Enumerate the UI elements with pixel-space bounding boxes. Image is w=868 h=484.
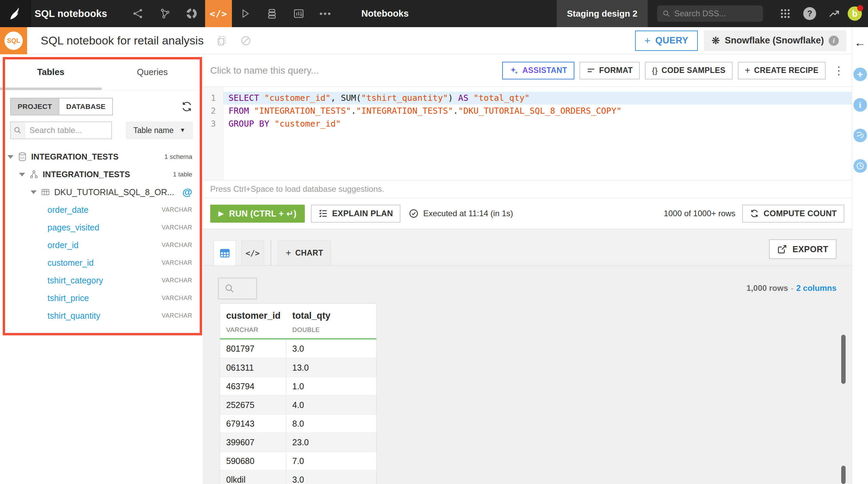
refresh-icon[interactable] (181, 100, 193, 113)
project-switcher[interactable]: Staging design 2 (557, 0, 648, 27)
sort-dropdown[interactable]: Table name ▼ (126, 122, 193, 139)
help-icon[interactable]: ? (797, 0, 822, 27)
disabled-circle-icon[interactable] (240, 35, 251, 46)
table-icon (41, 187, 50, 197)
tree-table-row[interactable]: DKU_TUTORIAL_SQL_8_OR... @ (0, 183, 203, 201)
trending-icon[interactable] (822, 0, 846, 27)
copy-icon[interactable] (217, 35, 228, 46)
run-play-icon[interactable] (232, 0, 259, 27)
results-table-body: 801797 3.0 061311 13.0 463794 1.0 (220, 339, 376, 484)
scope-database-button[interactable]: DATABASE (59, 98, 112, 115)
column-list: order_date VARCHAR pages_visited VARCHAR… (0, 201, 203, 324)
code-text: SELECT "customer_id", SUM("tshirt_quanti… (223, 92, 852, 105)
table-row[interactable]: 590680 7.0 (220, 451, 376, 470)
schema-count: 1 schema (164, 153, 192, 161)
add-comment-icon[interactable]: + (853, 68, 867, 81)
history-clock-icon[interactable] (853, 159, 867, 173)
code-line[interactable]: 1SELECT "customer_id", SUM("tshirt_quant… (203, 92, 852, 105)
results-raw-tab[interactable]: </> (241, 240, 264, 265)
details-info-icon[interactable]: i (853, 98, 867, 112)
expand-caret-icon[interactable] (7, 155, 14, 159)
column-header[interactable]: total_qty DOUBLE (286, 304, 376, 338)
jobs-icon[interactable] (259, 0, 285, 27)
charts-icon[interactable] (178, 0, 205, 27)
sql-editor[interactable]: 1SELECT "customer_id", SUM("tshirt_quant… (203, 87, 852, 180)
column-item[interactable]: tshirt_category VARCHAR (0, 272, 203, 289)
cell-customer-id: 0lkdil (220, 470, 286, 484)
discussions-icon[interactable] (853, 129, 867, 142)
braces-icon: {} (652, 66, 658, 75)
table-search[interactable] (10, 122, 112, 139)
tab-queries[interactable]: Queries (102, 54, 203, 90)
run-button[interactable]: ▶ RUN (CTRL + ↵) (210, 205, 305, 223)
table-search-row: Table name ▼ (10, 122, 193, 139)
table-row[interactable]: 801797 3.0 (220, 339, 376, 358)
scrollbar-thumb[interactable] (841, 466, 846, 484)
compute-count-button[interactable]: COMPUTE COUNT (742, 205, 844, 223)
scope-project-button[interactable]: PROJECT (11, 98, 59, 115)
results-table: customer_id VARCHAR total_qty DOUBLE 801… (220, 303, 377, 484)
at-mention-badge[interactable]: @ (182, 186, 192, 198)
dashboard-icon[interactable] (285, 0, 312, 27)
code-line[interactable]: 3GROUP BY "customer_id" (203, 117, 852, 130)
page-title: Notebooks (361, 8, 409, 19)
scrollbar-thumb[interactable] (841, 335, 846, 384)
column-item[interactable]: tshirt_quantity VARCHAR (0, 307, 203, 324)
user-avatar[interactable]: b (848, 6, 862, 21)
column-item[interactable]: customer_id VARCHAR (0, 254, 203, 272)
table-search-input[interactable] (25, 122, 111, 138)
results-panel: </> + CHART EXPORT 1,000 rows-2 columns (203, 229, 852, 484)
expand-caret-icon[interactable] (31, 190, 37, 194)
kebab-menu-icon[interactable]: ⋮ (833, 64, 844, 77)
column-header-name: total_qty (292, 311, 376, 321)
collapse-panel-icon[interactable]: ← (854, 37, 866, 48)
column-item[interactable]: pages_visited VARCHAR (0, 219, 203, 236)
add-chart-tab[interactable]: + CHART (278, 240, 331, 265)
table-row[interactable]: 463794 1.0 (220, 377, 376, 395)
results-table-tab[interactable] (214, 240, 236, 265)
expand-caret-icon[interactable] (19, 173, 25, 176)
cell-total-qty: 7.0 (286, 452, 376, 470)
tree-schema-row[interactable]: INTEGRATION_TESTS 1 table (0, 166, 203, 183)
code-notebooks-icon[interactable]: </> (205, 0, 232, 27)
column-header[interactable]: customer_id VARCHAR (220, 304, 286, 338)
explain-plan-button[interactable]: EXPLAIN PLAN (311, 205, 401, 223)
export-button[interactable]: EXPORT (769, 239, 836, 259)
table-row[interactable]: 679143 8.0 (220, 414, 376, 433)
column-item[interactable]: order_date VARCHAR (0, 201, 203, 219)
lab-icon[interactable] (152, 0, 178, 27)
code-line[interactable]: 2FROM "INTEGRATION_TESTS"."INTEGRATION_T… (203, 105, 852, 117)
create-recipe-button[interactable]: + CREATE RECIPE (738, 62, 826, 79)
add-query-button[interactable]: + QUERY (635, 31, 698, 51)
apps-grid-icon[interactable] (773, 0, 797, 27)
table-row[interactable]: 061311 13.0 (220, 358, 376, 377)
sql-code-lines: 1SELECT "customer_id", SUM("tshirt_quant… (203, 87, 852, 130)
format-button[interactable]: FORMAT (579, 62, 640, 79)
info-icon: i (829, 36, 839, 46)
tab-tables[interactable]: Tables (0, 54, 102, 90)
assistant-button[interactable]: ASSISTANT (502, 62, 574, 79)
global-search-input[interactable] (674, 9, 757, 18)
flow-icon[interactable] (125, 0, 152, 27)
connection-label: Snowflake (Snowflake) (725, 35, 824, 46)
table-row[interactable]: 399607 23.0 (220, 433, 376, 451)
column-item[interactable]: order_id VARCHAR (0, 236, 203, 254)
column-count-link[interactable]: 2 columns (796, 283, 836, 293)
notebook-title: SQL notebook for retail analysis (41, 34, 204, 47)
query-name-input[interactable]: Click to name this query... (210, 65, 319, 76)
table-row[interactable]: 252675 4.0 (220, 395, 376, 414)
global-search[interactable] (657, 5, 763, 22)
results-search[interactable] (218, 278, 257, 299)
column-name: pages_visited (47, 223, 99, 232)
tree-catalog-row[interactable]: SQL INTEGRATION_TESTS 1 schema (0, 148, 203, 166)
dataiku-logo[interactable] (0, 0, 31, 27)
rows-info: 1000 of 1000+ rows (664, 209, 736, 218)
table-row[interactable]: 0lkdil 3.0 (220, 470, 376, 484)
schema-icon (29, 170, 39, 179)
column-name: order_id (47, 240, 79, 250)
more-icon[interactable]: ••• (312, 0, 339, 27)
column-name: customer_id (47, 258, 94, 268)
connection-selector[interactable]: ❋ Snowflake (Snowflake) i (704, 30, 846, 51)
code-samples-button[interactable]: {} CODE SAMPLES (645, 62, 733, 79)
column-item[interactable]: tshirt_price VARCHAR (0, 289, 203, 307)
